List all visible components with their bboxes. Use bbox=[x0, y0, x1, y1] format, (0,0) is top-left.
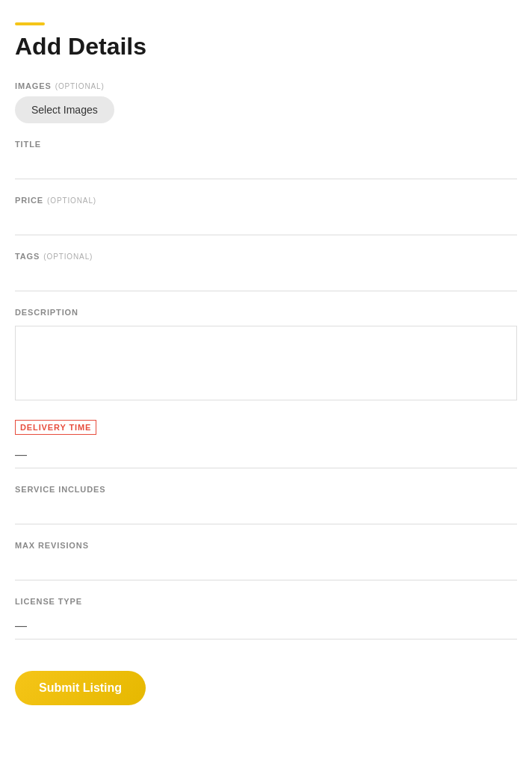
tags-input[interactable] bbox=[15, 267, 517, 291]
license-type-label: LICENSE TYPE bbox=[15, 597, 517, 606]
description-section: DESCRIPTION bbox=[15, 308, 517, 403]
max-revisions-section: MAX REVISIONS bbox=[15, 541, 517, 580]
license-type-dropdown[interactable]: — bbox=[15, 612, 517, 639]
service-includes-input[interactable] bbox=[15, 500, 517, 524]
accent-bar bbox=[15, 22, 45, 25]
max-revisions-label: MAX REVISIONS bbox=[15, 541, 517, 550]
service-includes-section: SERVICE INCLUDES bbox=[15, 485, 517, 524]
title-label: TITLE bbox=[15, 140, 517, 149]
tags-label: TAGS (OPTIONAL) bbox=[15, 252, 517, 261]
select-images-button[interactable]: Select Images bbox=[15, 96, 114, 123]
images-section: IMAGES (OPTIONAL) Select Images bbox=[15, 81, 517, 123]
page-title: Add Details bbox=[15, 33, 517, 61]
delivery-time-dropdown[interactable]: — bbox=[15, 441, 517, 468]
description-label: DESCRIPTION bbox=[15, 308, 517, 317]
description-input[interactable] bbox=[15, 326, 517, 400]
max-revisions-input[interactable] bbox=[15, 556, 517, 580]
tags-section: TAGS (OPTIONAL) bbox=[15, 252, 517, 291]
submit-listing-button[interactable]: Submit Listing bbox=[15, 671, 146, 705]
license-type-value: — bbox=[15, 619, 27, 633]
price-label: PRICE (OPTIONAL) bbox=[15, 196, 517, 205]
title-section: TITLE bbox=[15, 140, 517, 179]
images-label: IMAGES (OPTIONAL) bbox=[15, 81, 517, 90]
delivery-time-label: DELIVERY TIME bbox=[15, 420, 96, 435]
service-includes-label: SERVICE INCLUDES bbox=[15, 485, 517, 494]
delivery-time-section: DELIVERY TIME — bbox=[15, 420, 517, 468]
license-type-section: LICENSE TYPE — bbox=[15, 597, 517, 639]
price-input[interactable] bbox=[15, 211, 517, 235]
delivery-time-value: — bbox=[15, 448, 27, 462]
title-input[interactable] bbox=[15, 155, 517, 179]
price-section: PRICE (OPTIONAL) bbox=[15, 196, 517, 235]
